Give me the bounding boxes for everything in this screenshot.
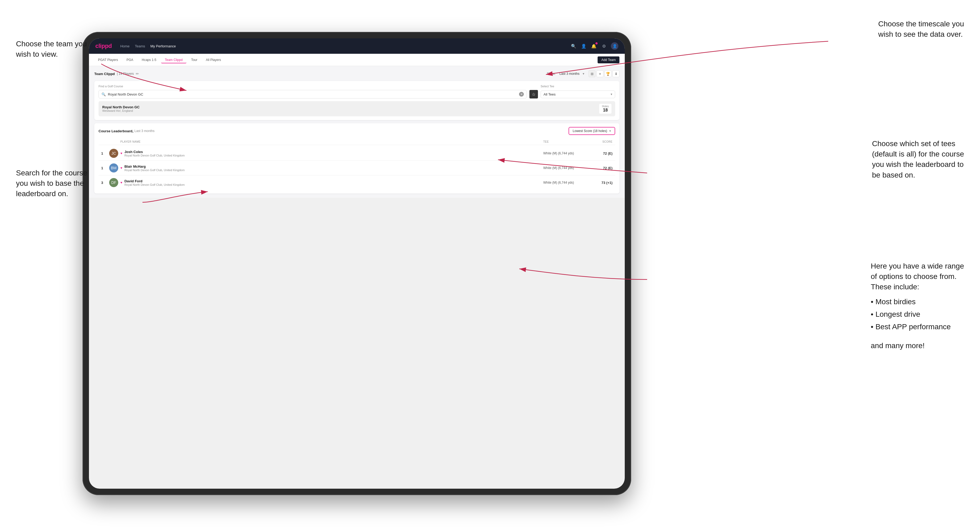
search-text: Royal North Devon GC — [108, 92, 517, 96]
nav-icons: 🔍 👤 🔔 ⚙ 👤 — [570, 42, 618, 50]
people-icon[interactable]: 👤 — [581, 43, 587, 49]
ipad-frame: clippd Home Teams My Performance 🔍 👤 🔔 ⚙… — [83, 32, 631, 495]
leaderboard-header: Course Leaderboard, Last 3 months Lowest… — [99, 127, 615, 135]
search-labels: Find a Golf Course Select Tee — [99, 85, 615, 88]
show-chevron[interactable]: ▾ — [583, 72, 584, 76]
leaderboard-subtitle: Last 3 months — [135, 129, 154, 133]
team-count: | 14 Players — [117, 72, 134, 76]
course-search-input[interactable]: 🔍 Royal North Devon GC ✕ — [99, 90, 527, 98]
player-name-2: Blair McHarg — [124, 165, 543, 168]
tee-2: White (M) (6,744 yds) — [543, 166, 591, 170]
star-btn[interactable]: ☆ — [530, 90, 538, 98]
nav-bar: clippd Home Teams My Performance 🔍 👤 🔔 ⚙… — [89, 38, 625, 54]
download-btn[interactable]: ⬇ — [612, 70, 619, 77]
subnav-tour[interactable]: Tour — [188, 56, 201, 63]
bullet-drive: Longest drive — [871, 308, 964, 321]
rank-3: 3 — [101, 181, 109, 185]
bullet-birdies: Most birdies — [871, 295, 964, 308]
trophy-btn[interactable]: 🏆 — [605, 70, 611, 77]
tee-chevron: ▾ — [611, 92, 612, 96]
player-club-2: Royal North Devon Golf Club, United King… — [124, 168, 543, 171]
subnav-pgat[interactable]: PGAT Players — [94, 56, 122, 63]
settings-icon[interactable]: ⚙ — [601, 43, 607, 49]
heart-icon-3: ♥ — [120, 181, 122, 184]
search-row: 🔍 Royal North Devon GC ✕ ☆ All Tees ▾ — [99, 90, 615, 98]
account-icon[interactable]: 👤 — [611, 42, 618, 50]
clear-search-btn[interactable]: ✕ — [519, 92, 524, 97]
list-view-btn[interactable]: ≡ — [597, 70, 603, 77]
table-row: 1 JC ♥ Josh Coles Royal North Devon Golf… — [99, 146, 615, 161]
app-logo: clippd — [95, 43, 112, 49]
find-course-label: Find a Golf Course — [99, 85, 541, 88]
subnav-hcaps[interactable]: Hcaps 1-5 — [138, 56, 160, 63]
select-tee-label: Select Tee — [541, 85, 615, 88]
team-header: Team Clippd | 14 Players ✏ Show: Last 3 … — [94, 70, 619, 77]
show-label: Show: — [547, 72, 555, 76]
annotation-top-right: Choose the timescale you wish to see the… — [878, 19, 964, 40]
search-icon-input: 🔍 — [102, 92, 106, 96]
rank-1: 1 — [101, 151, 109, 156]
search-card: Find a Golf Course Select Tee 🔍 Royal No… — [94, 81, 619, 120]
show-value: Last 3 months — [560, 72, 579, 76]
holes-value: 18 — [602, 108, 609, 113]
score-3: 73 (+1) — [591, 181, 612, 185]
score-type-chevron: ▾ — [609, 129, 611, 133]
view-icons: ⊞ ≡ 🏆 ⬇ — [589, 70, 619, 77]
holes-label: Holes — [602, 105, 609, 108]
search-icon[interactable]: 🔍 — [570, 43, 577, 49]
th-tee: TEE — [543, 140, 591, 143]
player-1: Josh Coles Royal North Devon Golf Club, … — [124, 150, 543, 157]
score-1: 72 (E) — [591, 151, 612, 156]
avatar-jc: JC — [109, 149, 118, 158]
tee-1: White (M) (6,744 yds) — [543, 151, 591, 155]
nav-teams[interactable]: Teams — [135, 44, 145, 48]
player-club-3: Royal North Devon Golf Club, United King… — [124, 183, 543, 186]
subnav-all-players[interactable]: All Players — [202, 56, 225, 63]
table-row: 1 BM ♥ Blair McHarg Royal North Devon Go… — [99, 161, 615, 175]
course-name: Royal North Devon GC — [102, 105, 599, 109]
nav-links: Home Teams My Performance — [120, 44, 176, 48]
nav-my-performance[interactable]: My Performance — [151, 44, 176, 48]
player-club-1: Royal North Devon Golf Club, United King… — [124, 154, 543, 157]
nav-home[interactable]: Home — [120, 44, 130, 48]
table-row: 3 DF ♥ David Ford Royal North Devon Golf… — [99, 175, 615, 190]
subnav-team-clippd[interactable]: Team Clippd — [161, 56, 186, 63]
and-more: and many more! — [871, 340, 964, 351]
course-location: Westward Ho!, England — [102, 109, 599, 112]
team-title: Team Clippd — [94, 72, 115, 76]
player-2: Blair McHarg Royal North Devon Golf Club… — [124, 165, 543, 171]
avatar-df: DF — [109, 178, 118, 187]
edit-icon[interactable]: ✏ — [136, 71, 139, 76]
main-content: Team Clippd | 14 Players ✏ Show: Last 3 … — [89, 66, 625, 198]
bullet-app: Best APP performance — [871, 321, 964, 333]
course-info: Royal North Devon GC Westward Ho!, Engla… — [102, 105, 599, 112]
tee-select[interactable]: All Tees ▾ — [541, 90, 615, 98]
add-team-button[interactable]: Add Team — [598, 56, 619, 63]
player-name-3: David Ford — [124, 179, 543, 183]
score-type-text: Lowest Score (18 holes) — [573, 129, 607, 133]
sub-nav: PGAT Players PGA Hcaps 1-5 Team Clippd T… — [89, 54, 625, 66]
th-player: PLAYER NAME — [120, 140, 543, 143]
rank-2: 1 — [101, 166, 109, 170]
grid-view-btn[interactable]: ⊞ — [589, 70, 595, 77]
annotation-top-left: Choose the team you wish to view. — [16, 39, 87, 59]
score-2: 72 (E) — [591, 166, 612, 170]
course-result: Royal North Devon GC Westward Ho!, Engla… — [99, 101, 615, 116]
annotation-left-mid: Search for the course you wish to base t… — [16, 168, 88, 199]
avatar-bm: BM — [109, 163, 118, 173]
score-type-btn[interactable]: Lowest Score (18 holes) ▾ — [568, 127, 615, 135]
leaderboard-card: Course Leaderboard, Last 3 months Lowest… — [94, 123, 619, 194]
heart-icon-1: ♥ — [120, 151, 122, 155]
tee-3: White (M) (6,744 yds) — [543, 181, 591, 184]
th-score: SCORE — [591, 140, 612, 143]
player-name-1: Josh Coles — [124, 150, 543, 154]
bell-icon[interactable]: 🔔 — [591, 43, 597, 49]
holes-box: Holes 18 — [599, 104, 611, 114]
annotation-mid-right: Choose which set of tees (default is all… — [872, 138, 964, 180]
table-header: PLAYER NAME TEE SCORE — [99, 139, 615, 145]
subnav-pga[interactable]: PGA — [123, 56, 137, 63]
ipad-screen: clippd Home Teams My Performance 🔍 👤 🔔 ⚙… — [89, 38, 625, 489]
heart-icon-2: ♥ — [120, 166, 122, 170]
bullet-list: Most birdies Longest drive Best APP perf… — [871, 295, 964, 333]
player-3: David Ford Royal North Devon Golf Club, … — [124, 179, 543, 186]
